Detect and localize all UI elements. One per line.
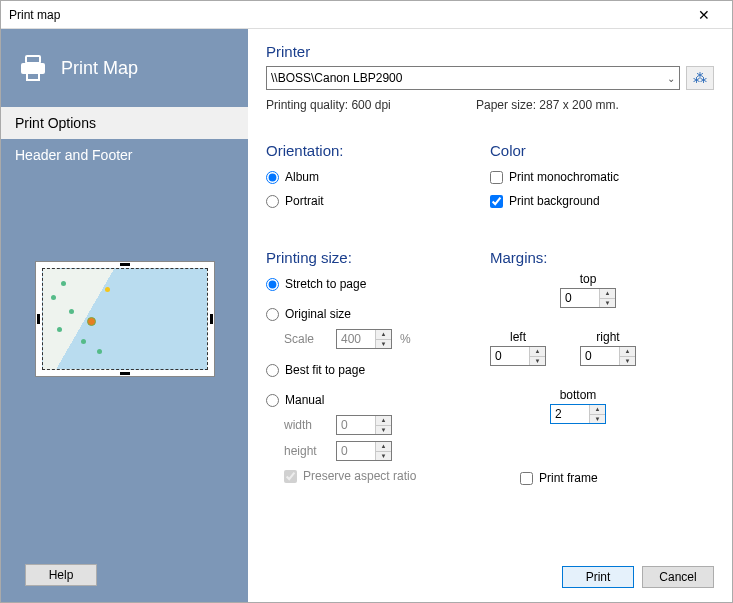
- printing-size-heading: Printing size:: [266, 249, 490, 266]
- margin-left-spinner[interactable]: ▲▼: [490, 346, 546, 366]
- printer-heading: Printer: [266, 43, 714, 60]
- margin-bottom-spinner[interactable]: ▲▼: [550, 404, 606, 424]
- print-monochromatic[interactable]: Print monochromatic: [490, 165, 714, 189]
- size-manual[interactable]: Manual: [266, 388, 490, 412]
- window-title: Print map: [9, 8, 60, 22]
- gear-icon: ⁂: [693, 70, 707, 86]
- size-best-fit[interactable]: Best fit to page: [266, 358, 490, 382]
- sidebar-item-print-options[interactable]: Print Options: [1, 107, 248, 139]
- print-background[interactable]: Print background: [490, 189, 714, 213]
- preserve-aspect: Preserve aspect ratio: [266, 464, 490, 488]
- sidebar: Print Map Print Options Header and Foote…: [1, 29, 248, 602]
- spinner-down-icon[interactable]: ▼: [376, 340, 391, 349]
- printing-quality-label: Printing quality: 600 dpi: [266, 98, 476, 112]
- manual-width-row: width ▲▼: [266, 412, 490, 438]
- sidebar-header: Print Map: [1, 29, 248, 107]
- margin-right-spinner[interactable]: ▲▼: [580, 346, 636, 366]
- sidebar-item-header-footer[interactable]: Header and Footer: [1, 139, 248, 171]
- print-button[interactable]: Print: [562, 566, 634, 588]
- print-frame[interactable]: Print frame: [520, 466, 714, 490]
- chevron-down-icon: ⌄: [667, 73, 675, 84]
- size-original[interactable]: Original size: [266, 302, 490, 326]
- orientation-album[interactable]: Album: [266, 165, 490, 189]
- scale-spinner[interactable]: ▲▼: [336, 329, 392, 349]
- help-button[interactable]: Help: [25, 564, 97, 586]
- width-spinner[interactable]: ▲▼: [336, 415, 392, 435]
- sidebar-title: Print Map: [61, 58, 138, 79]
- margin-top-spinner[interactable]: ▲▼: [560, 288, 616, 308]
- close-button[interactable]: ✕: [684, 7, 724, 23]
- titlebar: Print map ✕: [1, 1, 732, 29]
- size-stretch[interactable]: Stretch to page: [266, 272, 490, 296]
- margins-heading: Margins:: [490, 249, 714, 266]
- printer-select[interactable]: \\BOSS\Canon LBP2900 ⌄: [266, 66, 680, 90]
- content: Printer \\BOSS\Canon LBP2900 ⌄ ⁂ Printin…: [248, 29, 732, 602]
- manual-height-row: height ▲▼: [266, 438, 490, 464]
- height-spinner[interactable]: ▲▼: [336, 441, 392, 461]
- scale-row: Scale ▲▼ %: [266, 326, 490, 352]
- spinner-up-icon[interactable]: ▲: [376, 330, 391, 340]
- printer-icon: [19, 55, 47, 81]
- svg-rect-0: [26, 56, 40, 63]
- cancel-button[interactable]: Cancel: [642, 566, 714, 588]
- printer-settings-button[interactable]: ⁂: [686, 66, 714, 90]
- color-heading: Color: [490, 142, 714, 159]
- orientation-portrait[interactable]: Portrait: [266, 189, 490, 213]
- paper-size-label: Paper size: 287 x 200 mm.: [476, 98, 619, 112]
- page-preview: [35, 261, 215, 377]
- orientation-heading: Orientation:: [266, 142, 490, 159]
- svg-rect-1: [21, 63, 45, 74]
- printer-selected: \\BOSS\Canon LBP2900: [271, 71, 402, 85]
